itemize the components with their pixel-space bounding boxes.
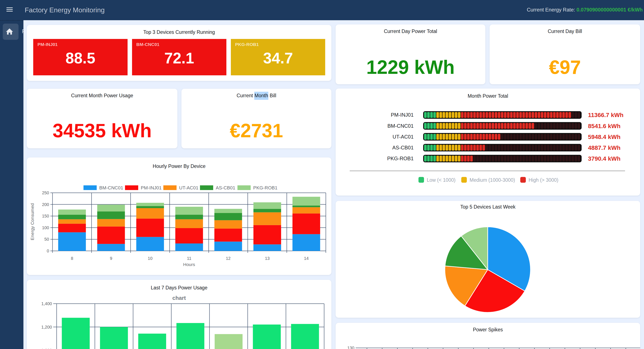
svg-text:150: 150 <box>42 214 49 218</box>
svg-text:PKG-ROB1: PKG-ROB1 <box>253 185 278 190</box>
svg-text:3790.4 kWh: 3790.4 kWh <box>588 155 620 162</box>
svg-text:PM-INJ01: PM-INJ01 <box>391 112 414 118</box>
svg-text:Hours: Hours <box>183 262 195 267</box>
svg-text:0: 0 <box>47 249 49 253</box>
svg-text:High (> 3000): High (> 3000) <box>528 177 558 183</box>
svg-text:UT-AC01: UT-AC01 <box>179 185 198 190</box>
svg-text:Medium (1000-3000): Medium (1000-3000) <box>470 177 515 183</box>
svg-text:Energy Consumed: Energy Consumed <box>30 203 35 240</box>
svg-text:1,400: 1,400 <box>41 301 52 306</box>
svg-text:BM-CNC01: BM-CNC01 <box>99 185 123 190</box>
svg-text:PM-INJ01: PM-INJ01 <box>141 185 162 190</box>
svg-text:130: 130 <box>347 346 354 349</box>
svg-text:1,200: 1,200 <box>41 325 52 330</box>
svg-text:250: 250 <box>42 190 49 195</box>
svg-text:10: 10 <box>148 256 152 261</box>
svg-text:100: 100 <box>42 225 49 230</box>
svg-text:50: 50 <box>44 237 49 242</box>
svg-text:1,000: 1,000 <box>41 348 52 349</box>
svg-text:AS-CB01: AS-CB01 <box>216 185 235 190</box>
svg-text:UT-AC01: UT-AC01 <box>392 134 414 140</box>
svg-text:13: 13 <box>265 256 270 261</box>
svg-text:9: 9 <box>110 256 112 261</box>
svg-text:8: 8 <box>71 256 73 261</box>
svg-text:11366.7 kWh: 11366.7 kWh <box>588 112 624 118</box>
svg-text:5948.4 kWh: 5948.4 kWh <box>588 134 620 140</box>
svg-text:4887.7 kWh: 4887.7 kWh <box>588 144 620 151</box>
svg-text:AS-CB01: AS-CB01 <box>392 145 414 150</box>
svg-text:14: 14 <box>304 256 308 261</box>
svg-text:PKG-ROB1: PKG-ROB1 <box>387 156 414 161</box>
svg-text:BM-CNC01: BM-CNC01 <box>388 123 414 129</box>
svg-text:Low (< 1000): Low (< 1000) <box>427 177 456 183</box>
svg-text:11: 11 <box>187 256 192 261</box>
svg-text:12: 12 <box>226 256 230 261</box>
svg-text:200: 200 <box>42 202 49 207</box>
svg-text:8541.6 kWh: 8541.6 kWh <box>588 123 620 129</box>
